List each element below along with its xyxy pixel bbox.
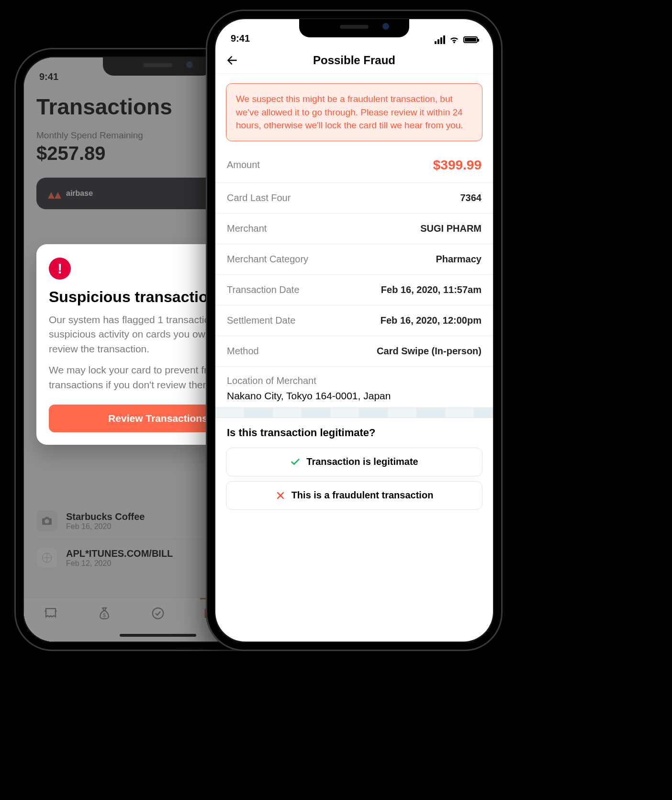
row-method: Method Card Swipe (In-person): [215, 336, 493, 367]
nav-title: Possible Fraud: [313, 54, 395, 67]
card-brand-label: airbase: [66, 189, 93, 198]
mark-legitimate-label: Transaction is legitimate: [306, 456, 418, 467]
row-amount: Amount $399.99: [215, 148, 493, 183]
row-settlement-date: Settlement Date Feb 16, 2020, 12:00pm: [215, 305, 493, 336]
txdate-label: Transaction Date: [227, 284, 300, 295]
home-indicator: [120, 634, 196, 637]
merchant-label: Merchant: [227, 223, 267, 234]
row-merchant-category: Merchant Category Pharmacy: [215, 244, 493, 275]
last4-label: Card Last Four: [227, 192, 291, 203]
txdate-value: Feb 16, 2020, 11:57am: [381, 284, 482, 295]
transaction-date: Feb 12, 2020: [66, 559, 173, 568]
cellular-icon: [435, 35, 445, 44]
status-time: 9:41: [231, 33, 250, 44]
wifi-icon: [449, 35, 459, 44]
tab-money-bag[interactable]: $: [95, 605, 114, 622]
row-location: Location of Merchant Nakano City, Tokyo …: [215, 367, 493, 407]
tab-approvals[interactable]: [148, 605, 168, 622]
amount-value: $399.99: [433, 158, 482, 173]
merchant-icon: [36, 547, 57, 568]
setdate-label: Settlement Date: [227, 315, 295, 326]
amount-label: Amount: [227, 159, 260, 170]
svg-text:$: $: [103, 612, 106, 618]
airbase-logo-icon: [48, 188, 61, 199]
merchant-value: SUGI PHARM: [420, 223, 482, 234]
battery-icon: [463, 36, 478, 43]
mcat-label: Merchant Category: [227, 254, 308, 265]
svg-point-2: [153, 608, 164, 619]
mark-fraudulent-button[interactable]: This is a fraudulent transaction: [226, 481, 482, 510]
camera-icon: [36, 510, 57, 531]
location-value: Nakano City, Tokyo 164-0001, Japan: [227, 390, 482, 402]
row-transaction-date: Transaction Date Feb 16, 2020, 11:57am: [215, 275, 493, 305]
x-icon: [275, 490, 286, 501]
status-time: 9:41: [39, 71, 58, 82]
row-card-last-four: Card Last Four 7364: [215, 183, 493, 214]
last4-value: 7364: [460, 192, 482, 203]
mark-fraudulent-label: This is a fraudulent transaction: [291, 490, 434, 501]
check-icon: [290, 457, 301, 467]
legitimacy-question: Is this transaction legitimate?: [215, 418, 493, 443]
mark-legitimate-button[interactable]: Transaction is legitimate: [226, 448, 482, 476]
transaction-date: Feb 16, 2020: [66, 522, 145, 531]
back-button[interactable]: [224, 52, 240, 68]
merchant-name: APL*ITUNES.COM/BILL: [66, 548, 173, 559]
fraud-alert-banner: We suspect this might be a fraudulent tr…: [226, 83, 482, 141]
location-label: Location of Merchant: [227, 375, 482, 386]
transaction-detail-list: Amount $399.99 Card Last Four 7364 Merch…: [215, 148, 493, 367]
nav-bar: Possible Fraud: [215, 47, 493, 74]
map-preview[interactable]: [215, 407, 493, 418]
alert-icon: !: [49, 258, 71, 280]
method-label: Method: [227, 346, 259, 357]
setdate-value: Feb 16, 2020, 12:00pm: [381, 315, 482, 326]
status-icons: [435, 35, 478, 44]
tab-receipts[interactable]: [41, 605, 60, 622]
merchant-name: Starbucks Coffee: [66, 511, 145, 522]
row-merchant: Merchant SUGI PHARM: [215, 214, 493, 244]
method-value: Card Swipe (In-person): [377, 346, 482, 357]
mcat-value: Pharmacy: [436, 254, 482, 265]
